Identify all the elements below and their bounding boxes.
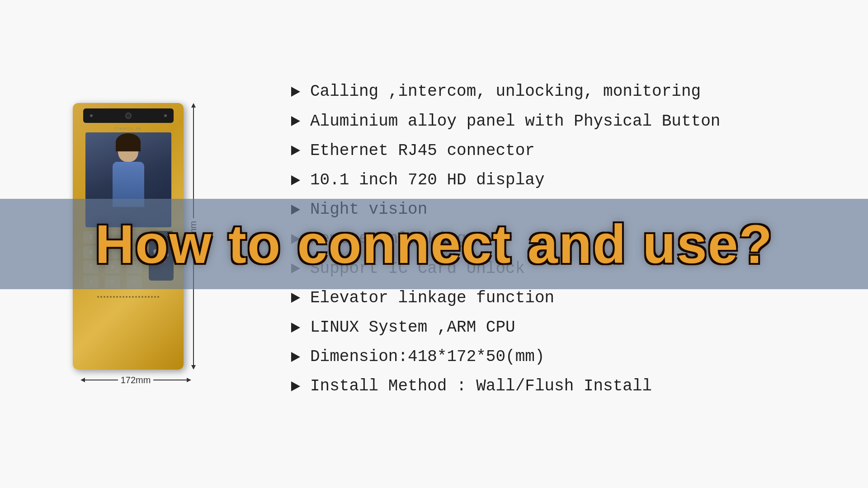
bullet-4	[289, 174, 302, 187]
feature-text-4: 10.1 inch 720 HD display	[310, 170, 544, 190]
bullet-1	[289, 85, 302, 98]
dim-line-h	[85, 380, 118, 380]
dim-arrow-bottom-icon	[191, 365, 196, 370]
dimension-horizontal: 172mm	[80, 375, 191, 385]
camera-lens-icon	[125, 113, 132, 119]
banner-overlay: How to connect and use?	[0, 199, 868, 289]
bullet-10	[289, 351, 302, 363]
dim-arrow-right-icon	[187, 378, 191, 382]
dim-arrow-left-icon	[80, 378, 85, 382]
feature-text-1: Calling ,intercom, unlocking, monitoring	[310, 82, 701, 101]
feature-text-9: LINUX System ,ARM CPU	[310, 318, 515, 337]
led-right-icon	[164, 114, 167, 117]
feature-item-9: LINUX System ,ARM CPU	[289, 318, 841, 337]
bullet-11	[289, 380, 302, 393]
feature-item-1: Calling ,intercom, unlocking, monitoring	[289, 82, 841, 101]
feature-item-11: Install Method : Wall/Flush Install	[289, 376, 841, 396]
camera-bar	[83, 108, 174, 123]
feature-text-8: Elevator linkage function	[310, 288, 554, 308]
feature-text-3: Ethernet RJ45 connector	[310, 141, 535, 160]
bullet-3	[289, 144, 302, 157]
brand-label: TINNOX 4K	[114, 127, 142, 131]
feature-item-2: Aluminium alloy panel with Physical Butt…	[289, 112, 841, 131]
figure-head	[118, 137, 138, 162]
feature-text-10: Dimension:418*172*50(mm)	[310, 347, 544, 366]
feature-text-11: Install Method : Wall/Flush Install	[310, 376, 652, 396]
bullet-8	[289, 291, 302, 304]
speaker-grille	[92, 293, 165, 301]
dim-arrow-top-icon	[191, 103, 196, 108]
banner-text: How to connect and use?	[95, 213, 773, 275]
led-left-icon	[90, 114, 93, 117]
main-container: TINNOX 4K 1 2 3 4	[0, 0, 868, 488]
bullet-9	[289, 321, 302, 334]
feature-item-3: Ethernet RJ45 connector	[289, 141, 841, 160]
feature-text-2: Aluminium alloy panel with Physical Butt…	[310, 112, 720, 131]
dim-label-horizontal: 172mm	[118, 375, 154, 385]
figure-hair	[116, 133, 141, 151]
feature-item-4: 10.1 inch 720 HD display	[289, 170, 841, 190]
feature-item-10: Dimension:418*172*50(mm)	[289, 347, 841, 366]
bullet-2	[289, 115, 302, 127]
feature-item-8: Elevator linkage function	[289, 288, 841, 308]
dim-line-h2	[153, 380, 186, 380]
